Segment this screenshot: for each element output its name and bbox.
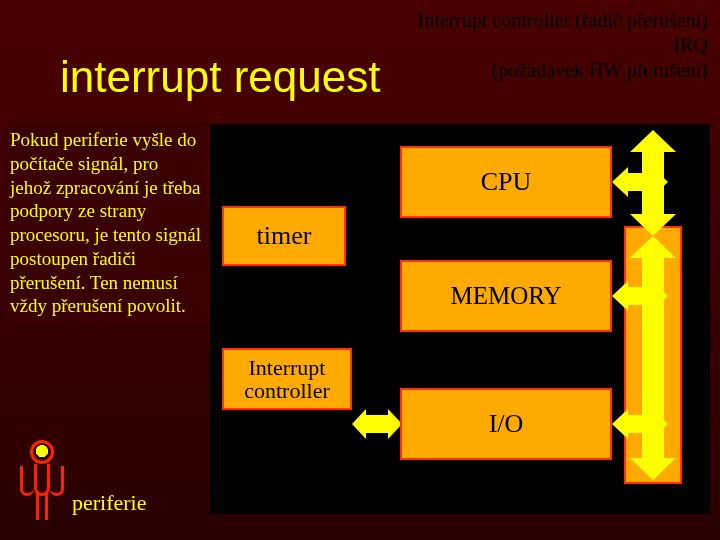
arrow-memory-bus <box>612 281 668 311</box>
arrow-io-bus <box>612 409 668 439</box>
header-annotations: Interrupt controller (řadič přerušení) I… <box>418 8 708 83</box>
header-line3: (požadavek HW přerušení) <box>418 58 708 83</box>
architecture-diagram: timer Interrupt controller CPU MEMORY I/… <box>210 124 710 514</box>
description-text: Pokud periferie vyšle do počítače signál… <box>6 122 206 324</box>
block-interrupt-controller: Interrupt controller <box>222 348 352 410</box>
block-cpu: CPU <box>400 146 612 218</box>
arrow-intc-io <box>352 409 402 439</box>
block-intc-label: Interrupt controller <box>224 356 350 402</box>
block-io: I/O <box>400 388 612 460</box>
page-title: interrupt request <box>60 52 380 102</box>
header-line1: Interrupt controller (řadič přerušení) <box>418 8 708 33</box>
block-memory: MEMORY <box>400 260 612 332</box>
bus-arrow-lower <box>632 236 674 480</box>
block-timer: timer <box>222 206 346 266</box>
arrow-cpu-bus <box>612 167 668 197</box>
header-line2: IRQ <box>418 33 708 58</box>
person-icon <box>20 440 64 522</box>
bus-label: BUS <box>691 307 717 350</box>
periferie-label: periferie <box>72 490 147 516</box>
